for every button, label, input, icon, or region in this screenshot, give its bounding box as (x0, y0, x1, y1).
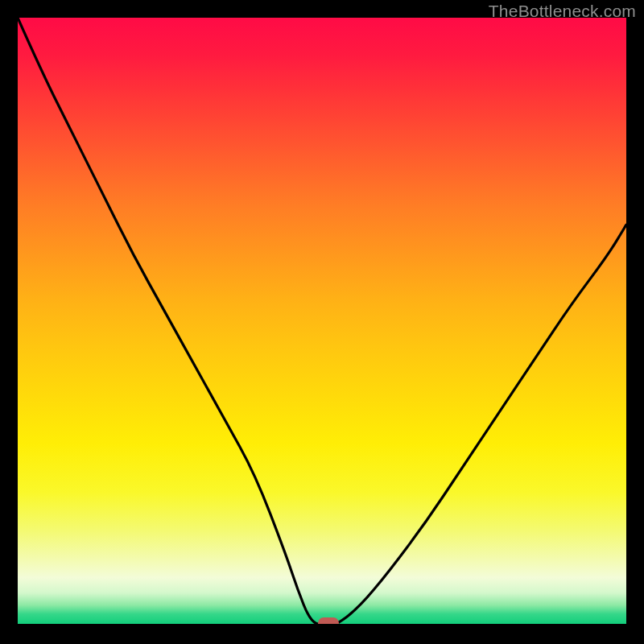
attribution-watermark: TheBottleneck.com (489, 2, 636, 21)
chart-frame: TheBottleneck.com (0, 0, 644, 644)
bottleneck-curve (18, 18, 626, 626)
plot-area (18, 18, 626, 626)
x-axis-baseline (18, 624, 626, 626)
curve-path (18, 18, 626, 626)
